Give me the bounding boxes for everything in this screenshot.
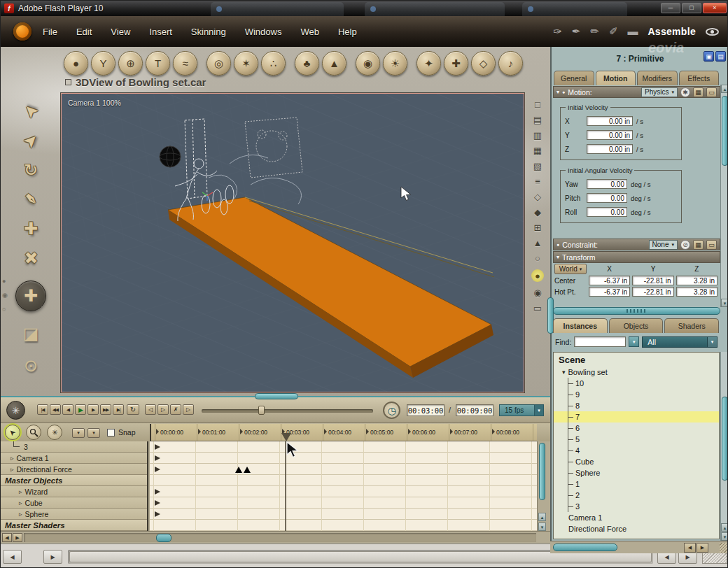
orbit-up-icon[interactable]: ▲ [533,239,542,248]
insert-torus-button[interactable]: ◎ [206,51,231,76]
find-history-dropdown[interactable]: ▾ [629,336,639,347]
scene-tree-item[interactable]: Sphere [554,467,719,478]
layout-columns-icon[interactable]: ▥ [533,131,542,140]
gear-icon[interactable]: ✱ [680,87,690,97]
angular-velocity-input[interactable] [587,193,627,203]
insert-infinite-plane-button[interactable]: ⊕ [118,51,143,76]
timeline-render-tool[interactable]: ✳ [47,425,62,440]
scene-panel-tab[interactable]: Objects [609,318,664,333]
working-box-tool-icon[interactable]: ◪ [23,324,39,343]
mini-view-icon[interactable]: ◉ [2,292,8,299]
shield-wire-icon[interactable]: ◇ [534,192,541,201]
scroll-left-icon[interactable]: ◀ [2,533,12,542]
scene-tree-item[interactable]: 1 [554,478,719,490]
collapse-triangle-icon[interactable]: ▾ [556,89,559,95]
velocity-input[interactable] [587,130,633,140]
scene-tree-item[interactable]: 10 [554,378,719,389]
keyframe-marker[interactable] [155,489,160,495]
scene-tree-item[interactable]: Camera 1 [554,512,719,523]
transform-y-input[interactable] [632,287,673,297]
scene-tree-item[interactable]: Directional Force [554,523,719,534]
unlink-icon[interactable]: ⊘ [680,240,690,250]
angular-velocity-input[interactable] [587,207,627,217]
timeline-display-options-button[interactable]: ▾ [72,428,85,438]
popout-panel-icon[interactable]: ▤ [715,51,726,62]
scene-tree-item[interactable]: 5 [554,434,719,445]
filter-dropdown[interactable]: All▾ [642,336,718,348]
properties-scrollbar[interactable]: ▲ ▼ [720,85,728,307]
layout-single-icon[interactable]: □ [535,100,540,109]
play-button[interactable]: ▶ [75,404,86,415]
insert-effect-button[interactable]: ✦ [416,51,441,76]
track-name-row[interactable]: Sphere [1,509,147,520]
properties-tab[interactable]: Effects [679,71,720,85]
motion-type-dropdown[interactable]: Physics▾ [641,87,678,97]
scene-panel-tab[interactable]: Shaders [664,318,719,333]
scene-tree-item[interactable]: 8 [554,400,719,411]
menu-item[interactable]: File [43,27,57,37]
play-reverse-button[interactable]: ◀ [62,404,74,415]
insert-sphere-button[interactable]: ● [64,51,88,76]
insert-fountain-button[interactable]: ∴ [261,51,286,76]
close-button[interactable]: × [703,3,727,13]
keyframe-marker[interactable] [235,467,242,473]
insert-particles-button[interactable]: ✶ [234,51,258,76]
insert-metaball-button[interactable]: ≈ [173,51,197,76]
track-name-row[interactable]: 3 [1,441,147,453]
constraint-dropdown[interactable]: None▾ [649,240,678,250]
scroll-down-icon[interactable]: ▼ [538,523,546,531]
insert-cone-button[interactable]: ◇ [471,51,496,76]
insert-terrain-button[interactable]: ▲ [322,51,346,76]
scene-tree-item[interactable]: 4 [554,445,719,456]
go-to-start-button[interactable]: |◀ [37,404,48,415]
transform-x-input[interactable] [589,287,630,297]
timeline-horizontal-scrollbar[interactable]: ◀ ▶ [1,531,550,544]
transform-z-input[interactable] [676,276,718,285]
properties-tab[interactable]: Modifiers [637,71,678,85]
track-name-row[interactable]: Cube [1,497,147,509]
keyframe-marker[interactable] [155,467,160,472]
timeline-select-tool[interactable]: ➤ [5,425,20,440]
menu-item[interactable]: Windows [245,27,282,37]
scroll-up-icon[interactable]: ▲ [721,523,728,532]
mini-view-icon[interactable]: ● [2,278,8,285]
scene-tree-item[interactable]: Bowling set [554,367,719,378]
eye-icon[interactable] [706,28,719,36]
load-preset-icon[interactable]: ▭ [706,87,717,97]
playhead-line[interactable] [285,441,286,531]
preview-shaded-icon[interactable]: ◉ [533,288,541,297]
timeline-track-area[interactable] [150,441,537,531]
properties-tab[interactable]: General [554,71,594,85]
scene-tree-item[interactable]: 9 [554,389,719,400]
scene-scrollbar[interactable]: ▲ ▼ [720,352,728,541]
insert-camera-button[interactable]: ◉ [356,51,380,76]
insert-light-button[interactable]: ☀ [383,51,407,76]
scroll-left-icon[interactable]: ◀ [684,543,696,553]
scrollbar-thumb[interactable] [539,443,545,500]
time-slider-track[interactable] [202,409,373,413]
load-preset-icon[interactable]: ▭ [706,240,717,250]
total-time-display[interactable]: 00:09:00 [456,404,493,416]
current-time-display[interactable]: 00:03:00 [407,404,444,416]
grid-plane-icon[interactable]: ⊞ [534,223,542,232]
scene-tree-item[interactable]: 3 [554,501,719,512]
transport-divider-handle[interactable] [255,393,298,399]
transform-section-bar[interactable]: ▾ Transform [553,251,720,263]
eyedropper-tool[interactable]: ✒ [20,188,41,210]
scroll-up-icon[interactable]: ▲ [721,85,728,93]
layout-rows-icon[interactable]: ▤ [533,115,542,125]
scroll-left-icon[interactable]: ◀ [3,550,22,564]
delete-keyframe-button[interactable]: ✗ [170,404,181,415]
preview-box-icon[interactable]: ▭ [533,304,542,313]
go-to-end-button[interactable]: ▶| [113,404,124,415]
scroll-down-icon[interactable]: ▼ [721,532,728,541]
velocity-input[interactable] [587,116,633,126]
rotate-tool[interactable]: ↻ [24,162,38,178]
shield-shaded-icon[interactable]: ◆ [534,208,541,217]
space-dropdown[interactable]: World▾ [554,264,587,274]
scrollbar-thumb[interactable] [156,534,172,542]
scrollbar-thumb[interactable] [553,544,617,551]
loop-button[interactable]: ↻ [127,404,139,415]
scene-tree-item[interactable]: 2 [554,490,719,501]
previous-keyframe-button[interactable]: ◁ [145,404,156,415]
